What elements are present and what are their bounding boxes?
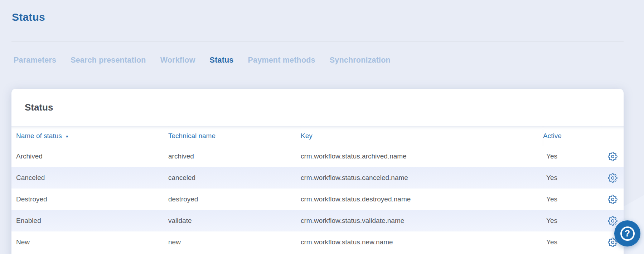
status-row: Enabled validate crm.workflow.status.val…	[11, 210, 624, 231]
tab[interactable]: Synchronization	[330, 56, 391, 65]
column-header-label: Name of status	[16, 132, 62, 140]
technical-name-cell: validate	[168, 210, 301, 231]
sort-ascending-icon: ▲	[65, 134, 69, 138]
technical-name-cell: destroyed	[168, 189, 301, 210]
column-header-active[interactable]: Active	[543, 132, 562, 140]
status-name-cell: New	[11, 231, 168, 253]
row-actions-cell	[601, 189, 624, 210]
active-cell: Yes	[543, 167, 601, 189]
status-name-cell: Destroyed	[11, 189, 168, 210]
status-row: New new crm.workflow.status.new.name Yes	[11, 231, 624, 253]
technical-name-cell: new	[168, 231, 301, 253]
column-header-key[interactable]: Key	[301, 132, 313, 140]
status-name-cell: Enabled	[11, 210, 168, 231]
gear-icon	[608, 173, 618, 183]
settings-tabs: Parameters Search presentation Workflow …	[14, 56, 644, 65]
row-actions-cell	[601, 146, 624, 167]
row-actions-cell	[601, 167, 624, 189]
technical-name-cell: archived	[168, 146, 301, 167]
active-cell: Yes	[543, 210, 601, 231]
tab[interactable]: Parameters	[14, 56, 56, 65]
key-cell: crm.workflow.status.destroyed.name	[301, 189, 543, 210]
gear-icon	[608, 216, 618, 226]
key-cell: crm.workflow.status.canceled.name	[301, 167, 543, 189]
tab[interactable]: Workflow	[160, 56, 195, 65]
gear-icon	[608, 152, 618, 161]
column-header-technical-name[interactable]: Technical name	[168, 132, 216, 140]
key-cell: crm.workflow.status.new.name	[301, 231, 543, 253]
question-mark-icon: ?	[620, 226, 635, 241]
row-settings-button[interactable]	[608, 216, 618, 226]
page-title: Status	[0, 0, 644, 23]
tab[interactable]: Status	[210, 56, 234, 65]
column-header-name-of-status[interactable]: Name of status ▲	[16, 132, 69, 140]
active-cell: Yes	[543, 146, 601, 167]
row-settings-button[interactable]	[608, 152, 618, 161]
active-cell: Yes	[543, 231, 601, 253]
key-cell: crm.workflow.status.archived.name	[301, 146, 543, 167]
tab[interactable]: Search presentation	[71, 56, 146, 65]
status-row: Canceled canceled crm.workflow.status.ca…	[11, 167, 624, 189]
status-name-cell: Canceled	[11, 167, 168, 189]
header-divider	[11, 41, 624, 41]
table-header-row: Name of status ▲ Technical name Key Acti…	[11, 126, 624, 146]
status-name-cell: Archived	[11, 146, 168, 167]
row-settings-button[interactable]	[608, 173, 618, 183]
status-row: Archived archived crm.workflow.status.ar…	[11, 146, 624, 167]
status-card: Status Name of status ▲ Technical name K…	[11, 89, 624, 254]
status-table: Name of status ▲ Technical name Key Acti…	[11, 126, 624, 253]
settings-page: Status Parameters Search presentation Wo…	[0, 0, 644, 254]
help-button[interactable]: ?	[614, 220, 640, 246]
active-cell: Yes	[543, 189, 601, 210]
key-cell: crm.workflow.status.validate.name	[301, 210, 543, 231]
card-title: Status	[25, 102, 53, 113]
technical-name-cell: canceled	[168, 167, 301, 189]
row-settings-button[interactable]	[608, 195, 618, 204]
tab[interactable]: Payment methods	[248, 56, 315, 65]
card-header: Status	[11, 89, 624, 126]
page-header: Status	[0, 0, 644, 41]
status-row: Destroyed destroyed crm.workflow.status.…	[11, 189, 624, 210]
gear-icon	[608, 195, 618, 204]
